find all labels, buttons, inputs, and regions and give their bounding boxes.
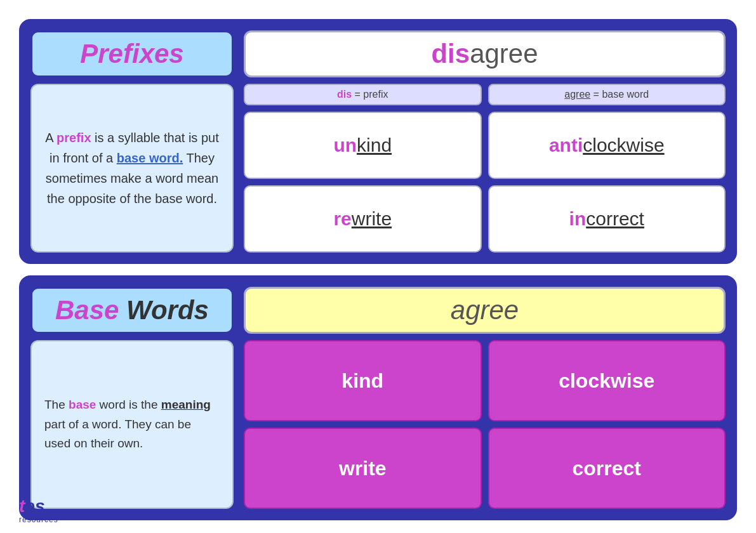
prefix-labels: dis = prefix agree = base word	[244, 84, 726, 105]
base-word-highlight: base word.	[117, 151, 183, 165]
main-container: Prefixes A prefix is a syllable that is …	[0, 0, 756, 533]
dis-label-box: dis = prefix	[244, 84, 482, 105]
dis-label-prefix: dis	[337, 89, 352, 100]
kind-word: kind	[342, 369, 383, 393]
write-word: write	[339, 457, 387, 480]
kind-word-box: kind	[244, 340, 482, 421]
base-words-grid: kind clockwise write correct	[244, 340, 726, 509]
basewords-panel: Base Words The base word is the meaning …	[30, 287, 234, 509]
tes-resources-label: resources	[19, 515, 58, 524]
tes-logo-text: tes	[19, 497, 44, 515]
write-base: write	[352, 208, 392, 230]
agree-title-box: agree	[244, 287, 726, 334]
words-grid: unkind anticlockwise rewrite incorrect	[244, 112, 726, 253]
correct-word-box: correct	[488, 428, 726, 509]
anticlockwise-box: anticlockwise	[488, 112, 726, 179]
top-section: Prefixes A prefix is a syllable that is …	[19, 19, 737, 264]
disagree-word: disagree	[431, 39, 538, 69]
write-word-box: write	[244, 428, 482, 509]
basewords-description: The base word is the meaning part of a w…	[44, 395, 220, 453]
correct-word: correct	[573, 457, 642, 480]
base-highlight: Base	[55, 295, 119, 325]
clockwise-word-box: clockwise	[488, 340, 726, 421]
basewords-title: Base Words	[55, 295, 209, 325]
rewrite-box: rewrite	[244, 185, 482, 253]
re-prefix: re	[333, 208, 351, 230]
prefix-highlight: prefix	[56, 131, 91, 145]
prefixes-title-box: Prefixes	[30, 30, 234, 77]
clockwise-word: clockwise	[559, 369, 654, 393]
meaning-highlight: meaning	[161, 398, 211, 411]
dis-prefix: dis	[431, 39, 470, 69]
kind-base: kind	[357, 135, 392, 156]
bottom-section: Base Words The base word is the meaning …	[19, 275, 737, 520]
agree-word: agree	[451, 295, 519, 325]
disagree-title-box: disagree	[244, 30, 726, 77]
dis-label-equals: = prefix	[352, 89, 388, 100]
un-prefix: un	[333, 135, 357, 156]
right-panel-top: disagree dis = prefix agree = base word …	[244, 30, 726, 253]
basewords-description-box: The base word is the meaning part of a w…	[30, 340, 234, 509]
unkind-box: unkind	[244, 112, 482, 179]
anti-prefix: anti	[549, 135, 583, 156]
incorrect-box: incorrect	[488, 185, 726, 253]
in-prefix: in	[569, 208, 587, 230]
tes-es: es	[25, 496, 44, 516]
correct-base: correct	[586, 208, 644, 230]
tes-t: t	[19, 496, 25, 516]
clockwise-base: clockwise	[583, 135, 664, 156]
agree-label-box: agree = base word	[488, 84, 726, 105]
base-desc-highlight: base	[69, 398, 96, 411]
basewords-title-box: Base Words	[30, 287, 234, 334]
agree-base: agree	[470, 39, 538, 69]
prefixes-panel: Prefixes A prefix is a syllable that is …	[30, 30, 234, 253]
right-panel-bottom: agree kind clockwise write correct	[244, 287, 726, 509]
prefixes-description-box: A prefix is a syllable that is put in fr…	[30, 84, 234, 253]
agree-label-equals: = base word	[590, 89, 649, 100]
agree-label-base: agree	[564, 89, 590, 100]
prefixes-description: A prefix is a syllable that is put in fr…	[44, 128, 220, 209]
tes-logo: tes resources	[19, 497, 58, 524]
prefixes-title: Prefixes	[80, 39, 183, 69]
